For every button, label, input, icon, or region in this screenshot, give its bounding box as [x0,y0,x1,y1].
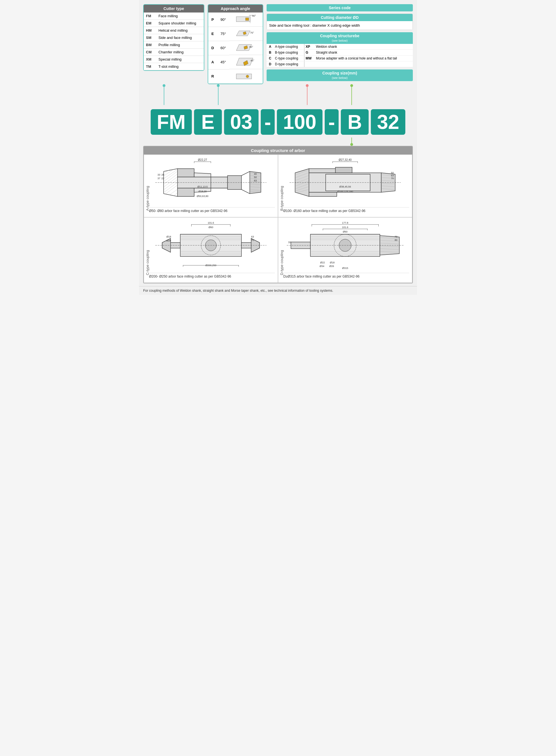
desc-cell: Square shoulder milling [156,20,204,27]
code-cell: SM [144,34,156,41]
d-type-label: D-type coupling [280,250,284,275]
table-row: A 45° 45° [208,55,263,69]
coupling-structure-box: Coupling structurebe (see below) A A-typ… [267,32,413,67]
table-row: E 75° 75° [208,27,263,41]
svg-text:177.8: 177.8 [342,221,348,224]
coupling-size-header: Coupling size(mm) (see below) [267,70,413,81]
table-row: P 90° 90° [208,12,263,27]
angle-cell: 75° [217,27,230,41]
svg-text:63: 63 [254,179,257,182]
c-type-description: Ø200- Ø250 arbor face milling cutter as … [147,273,275,280]
svg-text:Ø315: Ø315 [342,267,348,269]
svg-text:Ø22: Ø22 [320,261,325,264]
diagram-cell [229,69,263,83]
svg-text:50: 50 [254,176,257,179]
a-type-coupling-cell: A-type coupling Ø22,27 [144,154,278,217]
desc-cell: Profile milling [156,41,204,49]
svg-text:63: 63 [391,174,394,177]
svg-text:33: 33 [158,174,161,176]
svg-point-15 [246,75,249,78]
angle-cell: 45° [217,55,230,69]
table-row: SM Side and face milling [144,34,204,41]
svg-line-38 [164,177,177,187]
code-display-section: FM E 03 - 100 - B 32 [139,106,417,138]
svg-rect-87 [309,168,337,173]
table-row: FM Face milling [144,12,204,20]
svg-marker-47 [194,173,211,177]
c-type-coupling-cell: C-type coupling 101.6 Ø60 [144,217,278,283]
cutting-diameter-box: Cutting diameter ØD Side and face millin… [267,13,413,30]
code-block-e: E [194,109,222,135]
angle-cell: 90° [217,12,230,27]
code-cell: FM [144,12,156,20]
svg-rect-14 [236,74,252,79]
svg-text:Ø34: Ø34 [320,265,324,268]
svg-text:101.6: 101.6 [342,226,348,229]
svg-rect-90 [336,167,352,173]
svg-line-36 [164,172,177,181]
d-type-coupling-cell: D-type coupling 177.8 101.6 [278,217,412,283]
svg-text:22: 22 [162,177,164,180]
svg-marker-46 [178,188,194,196]
table-row: D 60° 60° [208,41,263,55]
svg-text:101.6: 101.6 [208,221,214,224]
svg-text:80: 80 [395,239,397,241]
diagram-cell: 75° [229,27,263,41]
svg-line-31 [164,168,178,172]
svg-text:60°: 60° [249,45,253,48]
svg-text:70: 70 [395,235,397,238]
code-block-32: 32 [371,109,405,135]
table-row: BM Profile milling [144,41,204,49]
svg-text:Ø38,45,56: Ø38,45,56 [339,185,351,188]
bottom-connector [139,138,417,146]
svg-text:Ø100,125,160: Ø100,125,160 [337,190,353,193]
angle-cell [217,69,230,83]
code-block-b: B [341,109,369,135]
d-type-description: D≥Ø315 arbor face milling cutter as per … [281,273,409,280]
approach-angle-header: Approach angle [208,5,263,12]
code-cell: HM [144,27,156,34]
coupling-structure-arbor-section: Coupling structure of arbor A-type coupl… [143,146,413,284]
table-row: XM Special milling [144,56,204,63]
coupling-structure-arbor-header: Coupling structure of arbor [144,146,412,154]
svg-text:70: 70 [391,177,394,180]
svg-text:40: 40 [254,173,257,175]
svg-text:Ø27,32,40: Ø27,32,40 [339,158,352,161]
code-block-100: 100 [277,109,322,135]
cutter-type-box: Cutter type FM Face milling EM Square sh… [143,4,204,84]
svg-line-41 [166,185,177,194]
svg-rect-1 [245,18,249,21]
code-block-dash2: - [325,109,339,135]
code-block-dash1: - [261,109,275,135]
code-cell: TM [144,63,156,70]
svg-text:90°: 90° [252,14,256,17]
svg-text:Ø22,27: Ø22,27 [198,158,207,161]
diagram-cell: 45° [229,55,263,69]
svg-text:Ø60: Ø60 [343,230,347,233]
svg-text:63: 63 [251,235,254,238]
svg-text:Ø11,13.5: Ø11,13.5 [197,185,208,188]
diagram-cell: 60° [229,41,263,55]
code-cell: A [208,55,217,69]
cutter-type-header: Cutter type [144,5,204,12]
cutting-diameter-text: Side and face milling tool : diameter X … [267,21,413,30]
svg-text:45°: 45° [250,59,254,62]
code-cell: P [208,12,217,27]
table-row: C C-type coupling MW Morse adapter with … [267,55,413,62]
svg-line-43 [173,193,177,196]
desc-cell: T-slot milling [156,63,204,70]
svg-line-52 [242,189,250,194]
table-row: HM Helical end milling [144,27,204,34]
svg-line-51 [242,172,250,176]
desc-cell: Side and face milling [156,34,204,41]
diagram-cell: 90° [229,12,263,27]
svg-text:Ø18,20: Ø18,20 [199,190,207,193]
series-code-box: Series code [267,4,413,11]
b-type-description: Ø100- Ø160 arbor face milling cutter as … [281,207,409,214]
footer-note: For coupling methods of Weldon shank, st… [139,286,417,295]
table-row: A A-type coupling XP Weldon shank [267,44,413,50]
cutting-diameter-header: Cutting diameter ØD [267,14,413,21]
connectors-area [139,84,417,106]
code-cell: XM [144,56,156,63]
coupling-size-box: Coupling size(mm) (see below) [267,70,413,81]
